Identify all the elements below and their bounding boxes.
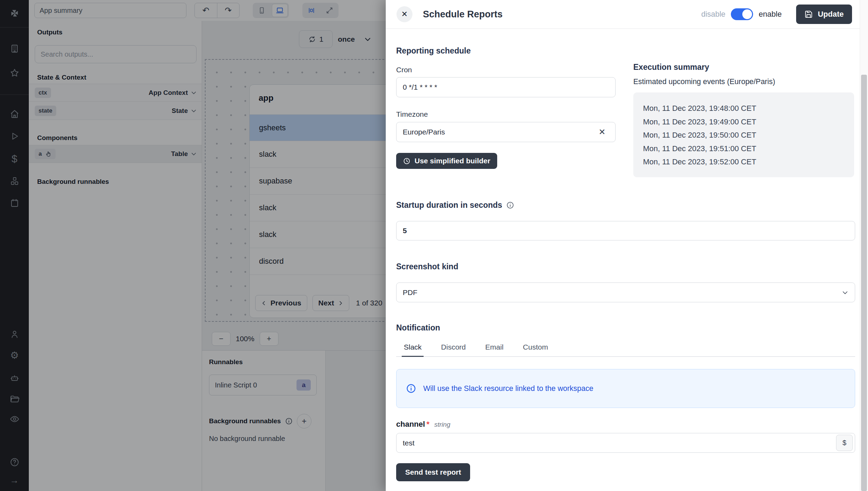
- simplified-builder-label: Use simplified builder: [415, 157, 490, 165]
- disable-label: disable: [701, 10, 726, 19]
- event-timestamp: Mon, 11 Dec 2023, 19:51:00 CET: [643, 142, 844, 156]
- modal-dim-overlay[interactable]: [0, 0, 386, 491]
- enable-label: enable: [759, 10, 782, 19]
- timezone-input[interactable]: [396, 122, 616, 142]
- schedule-reports-drawer: ✕ Schedule Reports disable enable Update…: [386, 0, 868, 491]
- channel-type-label: string: [434, 421, 450, 428]
- event-timestamp: Mon, 11 Dec 2023, 19:50:00 CET: [643, 129, 844, 142]
- drawer-header: ✕ Schedule Reports disable enable Update: [386, 0, 868, 29]
- save-icon: [804, 10, 813, 18]
- channel-input-wrap: $: [396, 433, 855, 453]
- app-screen: $ ⚙ → ↶ ↷: [0, 0, 868, 491]
- close-button[interactable]: ✕: [397, 6, 412, 22]
- notification-tabs: Slack Discord Email Custom: [396, 339, 855, 357]
- clear-timezone-icon[interactable]: ✕: [599, 127, 606, 137]
- slack-info-text: Will use the Slack resource linked to th…: [423, 384, 593, 393]
- tab-custom[interactable]: Custom: [521, 343, 550, 356]
- startup-duration-label: Startup duration in seconds: [396, 201, 502, 210]
- slack-info-banner: Will use the Slack resource linked to th…: [396, 369, 855, 408]
- toggle-knob: [742, 9, 752, 19]
- tab-slack[interactable]: Slack: [402, 343, 424, 356]
- enable-toggle[interactable]: [731, 8, 753, 20]
- cron-label: Cron: [396, 66, 412, 74]
- event-timestamp: Mon, 11 Dec 2023, 19:49:00 CET: [643, 115, 844, 129]
- clock-icon: [403, 157, 410, 165]
- event-timestamp: Mon, 11 Dec 2023, 19:52:00 CET: [643, 155, 844, 169]
- screenshot-kind-value: PDF: [403, 288, 417, 297]
- tab-email[interactable]: Email: [483, 343, 506, 356]
- scrollbar-thumb[interactable]: [861, 75, 867, 491]
- send-test-report-button[interactable]: Send test report: [396, 463, 470, 481]
- reporting-schedule-title: Reporting schedule: [396, 46, 471, 56]
- info-icon: [406, 383, 416, 394]
- startup-duration-input[interactable]: [396, 221, 855, 240]
- insert-variable-button[interactable]: $: [836, 435, 853, 451]
- upcoming-events-box: Mon, 11 Dec 2023, 19:48:00 CET Mon, 11 D…: [633, 92, 854, 177]
- update-label: Update: [818, 10, 844, 19]
- drawer-title: Schedule Reports: [423, 9, 503, 20]
- chevron-down-icon: [842, 289, 849, 296]
- notification-title: Notification: [396, 323, 440, 333]
- required-asterisk: *: [426, 420, 429, 429]
- cron-input[interactable]: [396, 77, 616, 97]
- execution-summary-subtitle: Estimated upcoming events (Europe/Paris): [633, 77, 775, 86]
- tab-discord[interactable]: Discord: [439, 343, 468, 356]
- event-timestamp: Mon, 11 Dec 2023, 19:48:00 CET: [643, 102, 844, 115]
- screenshot-kind-label: Screenshot kind: [396, 262, 458, 271]
- channel-label: channel: [396, 420, 425, 429]
- simplified-builder-button[interactable]: Use simplified builder: [396, 153, 497, 169]
- drawer-scrollbar[interactable]: [860, 0, 868, 491]
- info-icon[interactable]: [506, 201, 514, 209]
- screenshot-kind-select[interactable]: PDF: [396, 283, 855, 302]
- close-icon: ✕: [401, 10, 408, 19]
- update-button[interactable]: Update: [796, 5, 852, 24]
- channel-input[interactable]: [396, 433, 855, 453]
- execution-summary-title: Execution summary: [633, 63, 709, 72]
- channel-field-label-row: channel * string: [396, 420, 450, 429]
- timezone-label: Timezone: [396, 110, 428, 118]
- send-test-report-label: Send test report: [405, 468, 461, 476]
